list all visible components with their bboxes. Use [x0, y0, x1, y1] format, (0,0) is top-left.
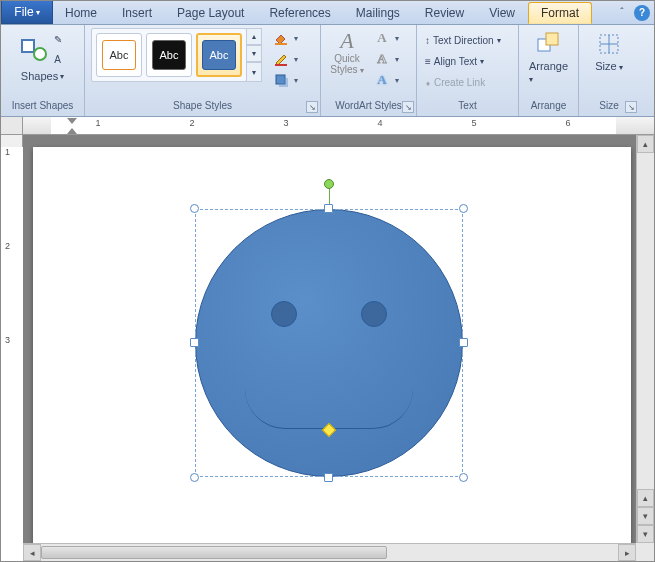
scroll-down-button[interactable]: ▾: [637, 525, 654, 543]
chevron-down-icon: ▾: [392, 55, 402, 64]
text-effects-icon: A: [373, 71, 391, 89]
shape-style-tools: ▾ ▾ ▾: [272, 28, 301, 90]
tab-review[interactable]: Review: [413, 1, 477, 24]
text-direction-button[interactable]: ↕ Text Direction ▾: [423, 30, 503, 50]
file-tab[interactable]: File ▾: [1, 1, 53, 24]
resize-handle-n[interactable]: [324, 204, 333, 213]
vertical-ruler[interactable]: 1 2 3: [1, 135, 23, 561]
text-outline-icon: A: [373, 50, 391, 68]
h-scroll-thumb[interactable]: [41, 546, 387, 559]
group-label-size: Size: [599, 100, 618, 111]
shape-style-2[interactable]: Abc: [146, 33, 192, 77]
group-label-wordart: WordArt Styles: [335, 100, 402, 111]
text-direction-label: Text Direction: [433, 35, 494, 46]
resize-handle-nw[interactable]: [190, 204, 199, 213]
workspace: 1 2 3 4 5 6 1 2 3: [1, 117, 654, 561]
shape-style-gallery: Abc Abc Abc: [91, 28, 247, 82]
resize-handle-w[interactable]: [190, 338, 199, 347]
gallery-down-button[interactable]: ▾: [246, 45, 262, 62]
chevron-down-icon: ▾: [392, 34, 402, 43]
ruler-corner[interactable]: [1, 117, 23, 135]
selected-shape[interactable]: [195, 209, 463, 477]
size-button[interactable]: Size ▾: [585, 28, 633, 74]
text-outline-button[interactable]: A▾: [373, 49, 402, 69]
page[interactable]: [33, 147, 631, 547]
tab-references[interactable]: References: [257, 1, 343, 24]
tab-page-layout[interactable]: Page Layout: [165, 1, 257, 24]
create-link-button[interactable]: ⬧ Create Link: [423, 72, 487, 92]
titlebar-controls: ˆ ?: [614, 1, 654, 24]
resize-handle-e[interactable]: [459, 338, 468, 347]
chevron-down-icon: ▾: [497, 36, 501, 45]
scroll-up-button[interactable]: ▴: [637, 135, 654, 153]
wordart-launcher[interactable]: ↘: [402, 101, 414, 113]
align-text-label: Align Text: [434, 56, 477, 67]
help-icon: ?: [634, 5, 650, 21]
chevron-down-icon: ▾: [60, 72, 64, 81]
gallery-up-button[interactable]: ▴: [246, 28, 262, 45]
group-arrange: Arrange ▾ Arrange: [519, 25, 579, 116]
file-tab-label: File: [14, 5, 33, 19]
h-scroll-track[interactable]: [41, 544, 618, 561]
gallery-more-button[interactable]: ▾: [246, 62, 262, 82]
pencil-icon: [272, 50, 290, 68]
tab-view[interactable]: View: [477, 1, 528, 24]
chevron-down-icon: ▾: [480, 57, 484, 66]
link-icon: ⬧: [425, 77, 431, 88]
size-icon: [595, 30, 623, 58]
scroll-track[interactable]: [637, 153, 654, 489]
document-area[interactable]: [23, 135, 654, 561]
wordart-tools: A▾ A▾ A▾: [373, 28, 402, 90]
arrange-button[interactable]: Arrange ▾: [525, 28, 572, 86]
text-fill-button[interactable]: A▾: [373, 28, 402, 48]
help-button[interactable]: ?: [634, 5, 650, 21]
page-down-button[interactable]: ▾: [637, 507, 654, 525]
ribbon-tabs: File ▾ Home Insert Page Layout Reference…: [1, 1, 654, 25]
shape-outline-button[interactable]: ▾: [272, 49, 301, 69]
svg-rect-5: [546, 33, 558, 45]
minimize-ribbon-button[interactable]: ˆ: [614, 5, 630, 21]
rotation-handle[interactable]: [324, 179, 334, 189]
shape-effects-button[interactable]: ▾: [272, 70, 301, 90]
align-text-button[interactable]: ≡ Align Text ▾: [423, 51, 486, 71]
resize-handle-s[interactable]: [324, 473, 333, 482]
shape-style-1[interactable]: Abc: [96, 33, 142, 77]
text-effects-button[interactable]: A▾: [373, 70, 402, 90]
vertical-scrollbar[interactable]: ▴ ▴ ▾ ▾: [636, 135, 654, 543]
arrange-icon: [535, 30, 563, 58]
tab-insert[interactable]: Insert: [110, 1, 165, 24]
horizontal-scrollbar[interactable]: ◂ ▸: [23, 543, 636, 561]
svg-rect-0: [275, 43, 287, 45]
resize-handle-se[interactable]: [459, 473, 468, 482]
page-up-button[interactable]: ▴: [637, 489, 654, 507]
group-label-text: Text: [417, 100, 518, 116]
svg-rect-3: [279, 78, 288, 87]
shape-style-3[interactable]: Abc: [196, 33, 242, 77]
resize-handle-sw[interactable]: [190, 473, 199, 482]
shapes-icon: [19, 37, 47, 61]
wordart-icon: A: [340, 30, 353, 52]
paint-bucket-icon: [272, 29, 290, 47]
gallery-scroll: ▴ ▾ ▾: [246, 28, 262, 82]
indent-marker[interactable]: [67, 117, 77, 135]
svg-rect-1: [275, 64, 287, 66]
tab-mailings[interactable]: Mailings: [344, 1, 413, 24]
shape-styles-launcher[interactable]: ↘: [306, 101, 318, 113]
text-box-button[interactable]: A: [49, 50, 67, 68]
chevron-down-icon: ▾: [358, 66, 364, 75]
arrange-label: Arrange: [529, 60, 568, 72]
edit-shape-button[interactable]: ✎: [49, 30, 67, 48]
resize-handle-ne[interactable]: [459, 204, 468, 213]
scroll-right-button[interactable]: ▸: [618, 544, 636, 561]
scroll-left-button[interactable]: ◂: [23, 544, 41, 561]
quick-styles-button[interactable]: A Quick Styles ▾: [327, 28, 367, 78]
shapes-button[interactable]: ✎ A Shapes ▾: [7, 28, 78, 84]
group-size: Size ▾ Size↘: [579, 25, 639, 116]
chevron-down-icon: ▾: [529, 75, 533, 84]
shape-fill-button[interactable]: ▾: [272, 28, 301, 48]
scrollbar-corner: [636, 543, 654, 561]
tab-home[interactable]: Home: [53, 1, 110, 24]
horizontal-ruler[interactable]: 1 2 3 4 5 6: [23, 117, 654, 135]
tab-format[interactable]: Format: [528, 2, 592, 24]
size-launcher[interactable]: ↘: [625, 101, 637, 113]
